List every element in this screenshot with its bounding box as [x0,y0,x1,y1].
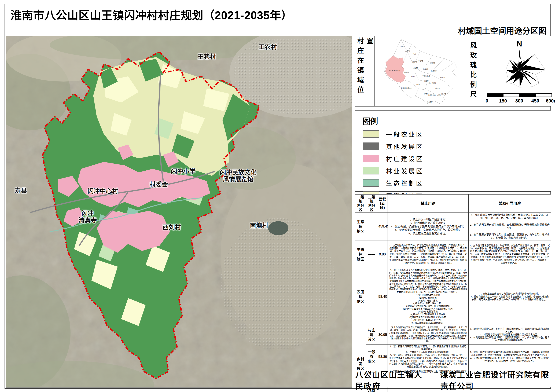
scale-bar [487,93,552,97]
map-label-committee: 村委会 [149,181,168,188]
map-label-xiliu-village: 西刘村 [162,224,181,231]
minimap-label: 李咀村 [418,60,423,62]
encouraged-uses: 1、鼓励一般农业区内的废弃工矿和闲置宅基地复垦为农用地，引导农民自原有偿退出宅基… [468,344,551,369]
zone-area: 30.95 [377,325,388,344]
zone-name: 生态保 护区 [355,213,366,240]
table-row: 乡村发 展区 村庄建 设区 30.95 、禁止布局石油化工和煤化工等重化工、重污… [355,325,551,344]
minimap-label: 妙山林场庙山村 [401,87,412,89]
map-label-neighbor-village: 工农村 [259,44,277,50]
zone-area: 0.80 [377,240,388,268]
prohibited-uses: 1、禁止任何单位和个人在基本农田保护区内建窑，建房、建坟、挖砂、采石、采矿、取土… [388,268,468,325]
col-header-encouraged: 鼓励引导用途 [468,194,551,213]
legend-swatch-eco-control [363,179,379,187]
minimap-label: 下郢村 [437,94,441,96]
zoning-regulation-table: 一级规 划分区 二级规 划分区 面积 (公顷) 禁止用途 鼓励引导用途 生态保 … [355,194,551,373]
legend-swatch-forestry [363,167,379,174]
map-label-county: 寿县 [15,187,27,194]
prohibited-uses: 1、禁止开展一切生产经营活动； 2、禁止新建污染严重的项目； 3、禁止新建、扩建… [388,213,468,240]
prohibited-uses: 1、该区域除允许类项目外，严禁在区域内建设各类开发区，严禁各类房 地产、娱乐场所… [388,240,468,268]
minimap-label: 钱湖村 [440,77,445,79]
minimap-label: 蔡岗村 [441,93,446,95]
encouraged-uses: 1、鼓励用地减量化发展，利用村庄内部空闲地建设村庄必需的公用设施和公共服务设施；… [468,325,551,344]
windrose-cell: N [478,36,555,106]
minimap-label: 土坝孜街道 [428,94,436,96]
map-label-culture-hall: 闪冲民族文化风情展览馆 [220,169,256,183]
map-subtitle: 村域国土空间用途分区图 [458,24,546,36]
windrose-panel-label: 风玫瑰比例尺 [468,36,478,106]
minimap-label: 杨家地村 [431,70,437,72]
col-header-level1: 一级规 划分区 [355,194,366,213]
legend-item: 林业发展区 [363,166,543,175]
pond [268,221,288,235]
zoning-map-svg [6,36,352,387]
minimap-label: 张楼村 [412,61,417,63]
zone-name: 农田保 护区 [355,268,366,325]
title-block: 八公山区山王镇人民政府 煤炭工业合肥设计研究院有限责任公司 [355,373,551,387]
minimap-label: 淮滨村 [430,62,435,64]
minimap-label: 朱岗村 [427,101,431,103]
prohibited-uses: 、禁止布局石油化工和煤化工等重化工、重污染项目；2、禁止新建制革、化工、印染、电… [388,325,468,344]
encouraged-uses: 1、高标准农田建 设项目向优先保护 类耕地集中的地区倾斜； 2、提倡和鼓励农业生… [468,268,551,325]
location-and-windrose-panel: 村庄在镇域位置 孔集村 王巷村 工农村 张楼村 李咀村 淮滨村 山王村 毕岗村 … [355,36,551,106]
legend-swatch-village-construction [363,155,379,162]
minimap-label: 孔集村 [400,45,405,47]
minimap-label: 工农村 [411,53,416,55]
legend-item: 其他发展区 [363,142,543,151]
north-letter: N [516,39,522,48]
location-panel-label: 村庄在镇域位置 [355,36,375,106]
zone-area: 58.89 [377,344,388,369]
minimap-label: 毕岗村 [423,68,428,70]
minimap-label: 南塘村 [404,71,409,73]
minimap-highlight-region [385,56,406,83]
design-institute-name: 煤炭工业合肥设计研究院有限责任公司 [440,369,551,391]
minimap-label-highlight: 妙山林场闪冲村 [389,70,400,72]
prohibited-uses: 1、禁止新建农药原药等石化化工项目；2、禁止新建及扩建常规燃煤火电机组等电力项目… [388,344,468,369]
windrose-petals [506,54,545,87]
minimap-label: 山王村 [413,67,418,69]
encouraged-uses: 1、允许建设符合该区域规划要求和线路工程必须经过的基本交通、通讯、水、电、热、油… [468,213,551,240]
map-label-school: 闪冲小学 [171,168,195,175]
minimap-label: 林场村 [410,76,415,78]
minimap-label: 钱淮村 [424,80,428,82]
col-header-level2: 二级规 划分区 [366,194,377,213]
minimap-label: 毕家岗街道 [422,75,430,77]
minimap-label: 蔡洼村 [435,88,440,89]
table-row: 一般农 业区 58.89 1、禁止新建农药原药等石化化工项目；2、禁止新建及扩建… [355,344,551,369]
zone-area: 58.40 [377,268,388,325]
legend-item: 村庄建设区 [363,154,543,163]
subzone-name: 村庄建 设区 [366,325,377,344]
town-minimap: 孔集村 王巷村 工农村 张楼村 李咀村 淮滨村 山王村 毕岗村 杨家地村 妙山林… [375,36,468,106]
table-row: 生态保 护区 —— 459.45 1、禁止开展一切生产经营活动； 2、禁止新建污… [355,213,551,240]
col-header-area: 面积 (公顷) [377,194,388,213]
map-label-mosque: 闪冲清真寺 [78,210,97,224]
map-label-neighbor-village: 王巷村 [197,53,216,60]
government-name: 八公山区山王镇人民政府 [355,369,427,391]
subzone-name: 一般农 业区 [366,344,377,369]
legend-swatch-general-agriculture [363,130,379,138]
legend-title: 图例 [363,115,543,126]
legend-swatch-other-development [363,142,379,150]
scale-bar-labels: 0 150 300 450 600m [487,98,552,104]
minimap-label: 新庄孜街道 [428,82,436,84]
legend-item: 一般农业区 [363,130,543,139]
map-label-neighbor-village: 南塘村 [250,222,268,229]
minimap-label: 丁山村 [416,84,420,86]
table-row: 农田保 护区 —— 58.40 1、禁止任何单位和个人在基本农田保护区内建窑，建… [355,268,551,325]
minimap-label: 王巷村 [405,50,410,52]
table-row: 生态控 制区 —— 0.80 1、该区域除允许类项目外，严禁在区域内建设各类开发… [355,240,551,268]
village-zoning-map: 王巷村 工农村 寿县 南塘村 闪冲小学 村委会 闪冲中心村 闪冲清真寺 西刘村 … [6,36,352,388]
page-title: 淮南市八公山区山王镇闪冲村村庄规划（2021-2035年） [10,6,292,22]
encouraged-uses: 1、允许适当建设必要的旅游、生态环保、古迹及天然景观维 护、教育、科研、试验、病… [468,240,551,268]
col-header-prohibited: 禁止用途 [388,194,468,213]
zone-name: 生态控 制区 [355,240,366,268]
zone-area: 459.45 [377,213,388,240]
legend-item: 生态控制区 [363,178,543,187]
map-label-central-village: 闪冲中心村 [88,188,118,194]
legend: 图例 一般农业区 其他发展区 村庄建设区 林业发展区 生态控制区 农田保护区 生… [355,110,551,192]
